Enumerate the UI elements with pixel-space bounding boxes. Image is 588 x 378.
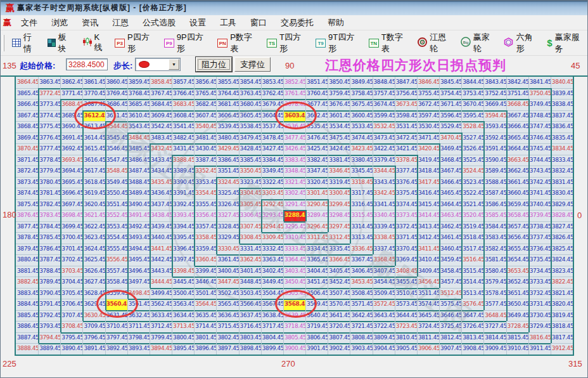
support-button[interactable]: 支撑位 <box>234 57 271 72</box>
toolbar-item-label: P四方形 <box>127 32 155 55</box>
menu-item-1[interactable]: 浏览 <box>44 15 75 30</box>
toolbar-item-10[interactable]: Big赢家轮 <box>457 30 499 56</box>
grid-cell: 3826.45 <box>551 232 573 244</box>
grid-cell: 3559.45 <box>105 288 127 299</box>
grid-cell: 3772.45 <box>38 88 60 100</box>
grid-cell: 3744.45 <box>528 155 551 166</box>
grid-cell: 3590.45 <box>483 155 506 166</box>
grid-cell: 3650.45 <box>506 299 528 310</box>
grid-cell: 3798.45 <box>127 332 150 344</box>
grid-cell: 3676.45 <box>328 99 350 110</box>
grid-cell: 3837.45 <box>551 110 573 122</box>
grid-cell: 3315.45 <box>350 210 372 221</box>
grid-cell: 3859.45 <box>127 77 150 88</box>
grid-cell: 3750.45 <box>528 88 551 100</box>
grid-cell: 3656.45 <box>506 232 528 244</box>
menu-item-2[interactable]: 资讯 <box>75 15 105 30</box>
grid-cell: 3418.45 <box>417 166 439 177</box>
toolbar-item-3[interactable]: P3P四方形 <box>111 30 159 56</box>
grid-cell: 3297.45 <box>328 221 350 233</box>
menu-item-4[interactable]: 公式选股 <box>136 15 182 30</box>
menu-item-3[interactable]: 江恩 <box>105 15 136 30</box>
menu-item-5[interactable]: 设置 <box>182 15 213 30</box>
grid-cell: 3589.45 <box>483 166 506 177</box>
toolbar-item-2[interactable]: K线 <box>79 30 110 55</box>
toolbar-item-8[interactable]: TNT数字表 <box>365 30 412 56</box>
toolbar-item-1[interactable]: 板块 <box>44 30 77 56</box>
resistance-button[interactable]: 阻力位 <box>196 57 232 72</box>
grid-cell: 3536.45 <box>283 121 305 133</box>
toolbar-item-5[interactable]: PNP数字表 <box>214 30 262 56</box>
toolbar-item-label: K线 <box>94 32 106 53</box>
grid-cell: 3390.45 <box>172 177 194 188</box>
grid-cell: 3642.45 <box>350 310 372 322</box>
grid-cell: 3552.45 <box>105 210 127 221</box>
grid-cell: 3662.45 <box>506 166 528 177</box>
grid-cell: 3858.45 <box>150 77 172 88</box>
grid-cell: 3399.45 <box>194 266 216 277</box>
grid-cell: 3839.45 <box>551 88 573 100</box>
grid-cell: 3328.45 <box>216 221 238 233</box>
angle-label-0: 0 <box>577 211 582 220</box>
grid-cell: 3829.45 <box>551 199 573 211</box>
grid-cell: 3639.45 <box>283 310 305 322</box>
toolbar-item-0[interactable]: 行情 <box>8 30 42 56</box>
grid-cell: 3608.45 <box>172 110 194 122</box>
grid-cell: 3876.45 <box>16 210 38 221</box>
menu-item-6[interactable]: 工具 <box>213 15 243 30</box>
grid-cell: 3405.45 <box>328 266 350 277</box>
menu-item-7[interactable]: 窗口 <box>243 15 274 30</box>
toolbar-item-12[interactable]: $赢家服务 <box>543 30 588 56</box>
step-dropdown[interactable]: ▼ <box>135 58 181 71</box>
grid-cell: 3862.45 <box>60 77 82 88</box>
grid-cell: 3630.45 <box>82 310 105 322</box>
grid-cell: 3375.45 <box>395 188 417 199</box>
grid-cell: 3749.45 <box>528 99 551 110</box>
grid-cell: 3856.45 <box>194 77 216 88</box>
grid-cell: 3383.45 <box>283 155 305 166</box>
grid-cell: 3894.45 <box>150 343 172 355</box>
grid-cell: 3507.45 <box>328 288 350 299</box>
grid-cell: 3780.45 <box>38 177 60 188</box>
toolbar-item-6[interactable]: TST四方形 <box>263 30 310 56</box>
highlight-cell: 3612.45 <box>82 110 105 122</box>
grid-cell: 3665.45 <box>506 133 528 144</box>
grid-cell: 3326.45 <box>216 199 238 211</box>
step-red-dot-icon <box>139 61 150 68</box>
grid-cell: 3351.45 <box>216 166 238 177</box>
toolbar-item-4[interactable]: P99P四方形 <box>160 30 212 56</box>
grid-cell: 3808.45 <box>350 332 372 344</box>
menu-item-9[interactable]: 帮助 <box>321 15 351 30</box>
toolbar-item-7[interactable]: T99T四方形 <box>312 30 364 56</box>
start-price-input[interactable] <box>66 58 108 70</box>
grid-cell: 3410.45 <box>417 254 439 266</box>
grid-cell: 3363.45 <box>261 254 283 266</box>
grid-cell: 3653.45 <box>506 266 528 277</box>
grid-cell: 3579.45 <box>483 277 506 288</box>
grid-cell: 3624.45 <box>82 244 105 255</box>
grid-cell: 3523.45 <box>461 177 483 188</box>
grid-cell: 3632.45 <box>127 310 150 322</box>
menu-item-8[interactable]: 交易委托 <box>274 15 321 30</box>
grid-cell: 3305.45 <box>239 199 261 211</box>
grid-cell: 3490.45 <box>127 199 150 211</box>
grid-cell: 3455.45 <box>395 277 417 288</box>
grid-cell: 3754.45 <box>439 88 461 100</box>
menu-item-0[interactable]: 文件 <box>14 15 44 30</box>
grid-cell: 3838.45 <box>551 99 573 110</box>
grid-cell: 3382.45 <box>305 155 328 166</box>
grid-cell: 3638.45 <box>261 310 283 322</box>
grid-cell: 3438.45 <box>150 210 172 221</box>
grid-cell: 3622.45 <box>82 221 105 233</box>
grid-cell: 3316.45 <box>350 199 372 211</box>
grid-cell: 3599.45 <box>373 110 395 122</box>
grid-cell: 3541.45 <box>172 121 194 133</box>
grid-cell: 3717.45 <box>261 321 283 332</box>
grid-cell: 3542.45 <box>150 121 172 133</box>
toolbar-item-11[interactable]: 六角形 <box>500 30 542 56</box>
grid-cell: 3852.45 <box>283 77 305 88</box>
toolbar-item-9[interactable]: 江恩轮 <box>414 30 456 56</box>
grid-cell: 3570.45 <box>328 299 350 310</box>
dropdown-arrow-icon[interactable]: ▼ <box>169 59 179 70</box>
toolbar-item-label: 9T四方形 <box>328 32 360 55</box>
